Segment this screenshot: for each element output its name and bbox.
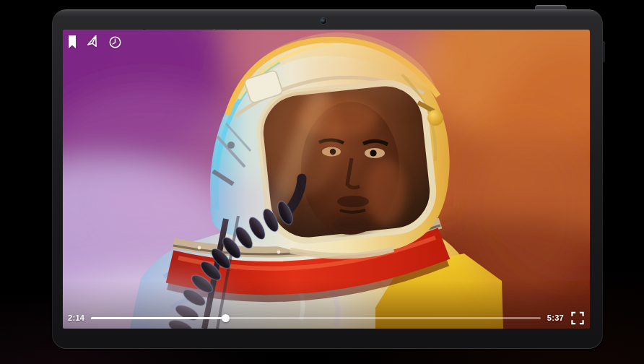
current-time-label: 2:14 xyxy=(68,314,84,322)
fullscreen-icon xyxy=(570,311,585,325)
video-frame-astronaut xyxy=(63,30,590,329)
clock-history-icon xyxy=(108,35,122,49)
tablet-device: 2:14 5:37 xyxy=(52,9,603,349)
duration-label: 5:37 xyxy=(547,314,564,322)
stage-background: 2:14 5:37 xyxy=(0,0,644,364)
player-controls: 2:14 5:37 xyxy=(63,308,590,329)
video-player-surface[interactable]: 2:14 5:37 xyxy=(63,30,590,329)
bookmark-button[interactable] xyxy=(67,35,77,49)
send-icon xyxy=(86,35,100,49)
player-top-actions xyxy=(67,35,122,49)
front-camera xyxy=(321,18,326,24)
share-button[interactable] xyxy=(86,35,100,49)
bookmark-icon xyxy=(67,35,77,49)
progress-fill xyxy=(91,317,226,320)
fullscreen-button[interactable] xyxy=(570,311,585,325)
progress-thumb[interactable] xyxy=(222,314,230,322)
progress-bar[interactable] xyxy=(91,317,541,320)
history-button[interactable] xyxy=(108,35,122,49)
